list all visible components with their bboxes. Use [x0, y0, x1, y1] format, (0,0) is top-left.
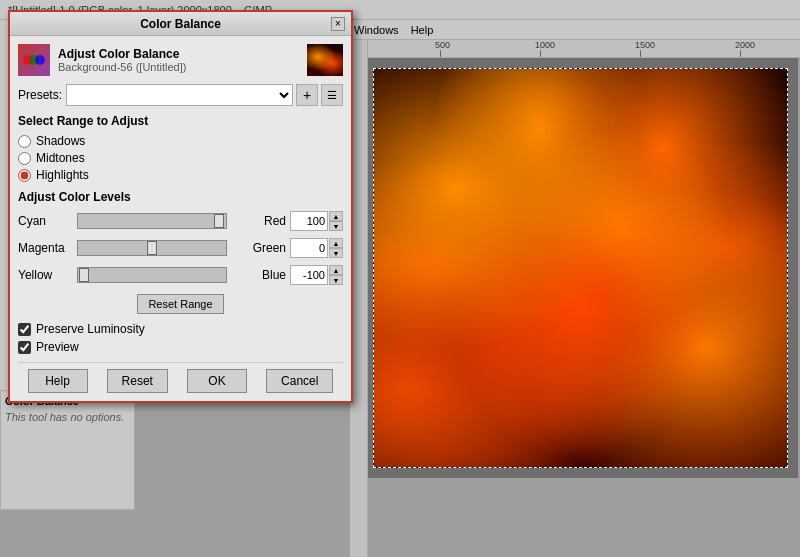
presets-menu-button[interactable]: ☰	[321, 84, 343, 106]
gimp-menubar: Windows Help	[350, 20, 800, 40]
dialog-close-button[interactable]: ×	[331, 17, 345, 31]
reset-button[interactable]: Reset	[107, 369, 168, 393]
dialog-header-subtitle: Background-56 ([Untitled])	[58, 61, 186, 73]
radio-item-midtones: Midtones	[18, 151, 343, 165]
dialog-body: Adjust Color Balance Background-56 ([Unt…	[10, 36, 351, 401]
slider-yellow-blue-track[interactable]	[77, 267, 227, 283]
tool-options-panel: Color Balance This tool has no options.	[0, 390, 135, 510]
canvas-area	[368, 58, 798, 478]
slider-row-magenta-green: Magenta Green ▲ ▼	[18, 237, 343, 259]
radio-highlights[interactable]	[18, 169, 31, 182]
radio-item-shadows: Shadows	[18, 134, 343, 148]
slider-cyan-red-thumb[interactable]	[214, 214, 224, 228]
checkbox-preview[interactable]	[18, 341, 31, 354]
fire-image	[374, 69, 787, 467]
slider-red-label: Red	[231, 214, 286, 228]
slider-magenta-green-up[interactable]: ▲	[329, 238, 343, 248]
ruler-tick	[440, 50, 441, 58]
color-balance-dialog: Color Balance ×	[8, 10, 353, 403]
slider-magenta-green-input[interactable]	[290, 238, 328, 258]
slider-yellow-blue-value-group: ▲ ▼	[290, 265, 343, 285]
radio-midtones-label: Midtones	[36, 151, 85, 165]
dialog-titlebar: Color Balance ×	[10, 12, 351, 36]
slider-cyan-red-up[interactable]: ▲	[329, 211, 343, 221]
ruler-label-500: 500	[435, 40, 450, 50]
slider-magenta-green-down[interactable]: ▼	[329, 248, 343, 258]
slider-row-cyan-red: Cyan Red ▲ ▼	[18, 210, 343, 232]
slider-magenta-green-value-group: ▲ ▼	[290, 238, 343, 258]
checkbox-luminosity-label: Preserve Luminosity	[36, 322, 145, 336]
tool-options-text: This tool has no options.	[5, 411, 130, 423]
slider-magenta-green-arrows: ▲ ▼	[329, 238, 343, 258]
radio-midtones[interactable]	[18, 152, 31, 165]
help-button[interactable]: Help	[28, 369, 88, 393]
ruler-tick	[540, 50, 541, 58]
ruler-label-2000: 2000	[735, 40, 755, 50]
ruler-tick	[740, 50, 741, 58]
color-levels-heading: Adjust Color Levels	[18, 190, 343, 204]
radio-shadows-label: Shadows	[36, 134, 85, 148]
slider-magenta-label: Magenta	[18, 241, 73, 255]
menu-item-help[interactable]: Help	[411, 24, 434, 36]
slider-cyan-red-down[interactable]: ▼	[329, 221, 343, 231]
ok-button[interactable]: OK	[187, 369, 247, 393]
presets-label: Presets:	[18, 88, 62, 102]
checkbox-row-luminosity: Preserve Luminosity	[18, 322, 343, 336]
ruler-top: 500 1000 1500 2000	[350, 40, 800, 58]
radio-highlights-label: Highlights	[36, 168, 89, 182]
slider-yellow-blue-down[interactable]: ▼	[329, 275, 343, 285]
checkbox-row-preview: Preview	[18, 340, 343, 354]
slider-blue-label: Blue	[231, 268, 286, 282]
slider-green-label: Green	[231, 241, 286, 255]
dialog-title: Color Balance	[30, 17, 331, 31]
slider-yellow-blue-thumb[interactable]	[79, 268, 89, 282]
presets-add-button[interactable]: +	[296, 84, 318, 106]
dialog-header-title: Adjust Color Balance	[58, 47, 186, 61]
sliders-section: Cyan Red ▲ ▼ Magenta	[18, 210, 343, 286]
select-range-heading: Select Range to Adjust	[18, 114, 343, 128]
slider-yellow-blue-input[interactable]	[290, 265, 328, 285]
dialog-buttons: Help Reset OK Cancel	[18, 362, 343, 393]
menu-item-windows[interactable]: Windows	[354, 24, 399, 36]
dialog-header-thumbnail	[307, 44, 343, 76]
slider-yellow-blue-up[interactable]: ▲	[329, 265, 343, 275]
radio-shadows[interactable]	[18, 135, 31, 148]
reset-range-button[interactable]: Reset Range	[137, 294, 223, 314]
range-radio-group: Shadows Midtones Highlights	[18, 134, 343, 182]
slider-cyan-red-input[interactable]	[290, 211, 328, 231]
dialog-header: Adjust Color Balance Background-56 ([Unt…	[18, 44, 343, 76]
slider-cyan-red-value-group: ▲ ▼	[290, 211, 343, 231]
presets-select[interactable]	[66, 84, 293, 106]
presets-row: Presets: + ☰	[18, 84, 343, 106]
slider-magenta-green-track[interactable]	[77, 240, 227, 256]
thumbnail-image	[307, 44, 343, 76]
dialog-icon	[18, 44, 50, 76]
fire-canvas	[373, 68, 788, 468]
slider-yellow-label: Yellow	[18, 268, 73, 282]
slider-cyan-label: Cyan	[18, 214, 73, 228]
checkbox-preview-label: Preview	[36, 340, 79, 354]
radio-item-highlights: Highlights	[18, 168, 343, 182]
slider-yellow-blue-arrows: ▲ ▼	[329, 265, 343, 285]
cancel-button[interactable]: Cancel	[266, 369, 333, 393]
ruler-label-1500: 1500	[635, 40, 655, 50]
ruler-tick	[640, 50, 641, 58]
slider-cyan-red-arrows: ▲ ▼	[329, 211, 343, 231]
ruler-label-1000: 1000	[535, 40, 555, 50]
checkbox-preserve-luminosity[interactable]	[18, 323, 31, 336]
slider-magenta-green-thumb[interactable]	[147, 241, 157, 255]
slider-row-yellow-blue: Yellow Blue ▲ ▼	[18, 264, 343, 286]
slider-cyan-red-track[interactable]	[77, 213, 227, 229]
svg-point-3	[35, 55, 45, 65]
